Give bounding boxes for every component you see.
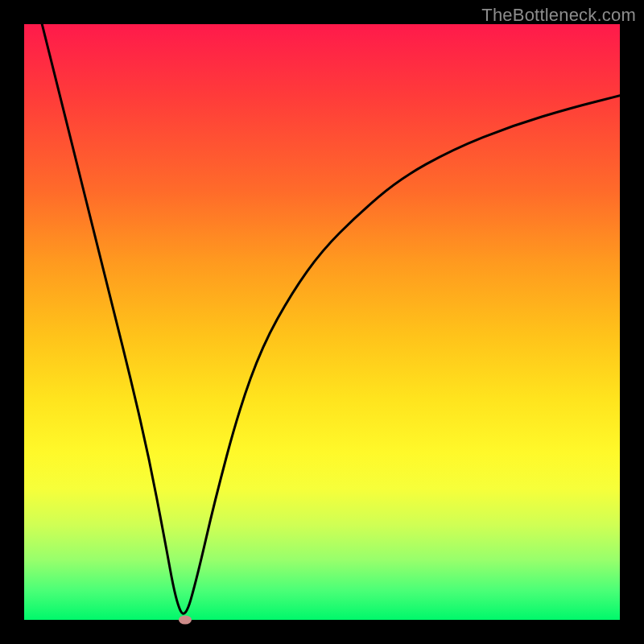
curve-svg xyxy=(24,24,620,620)
bottleneck-curve-path xyxy=(42,24,620,613)
chart-stage: TheBottleneck.com xyxy=(0,0,644,644)
watermark-text: TheBottleneck.com xyxy=(481,5,636,26)
plot-area xyxy=(24,24,620,620)
